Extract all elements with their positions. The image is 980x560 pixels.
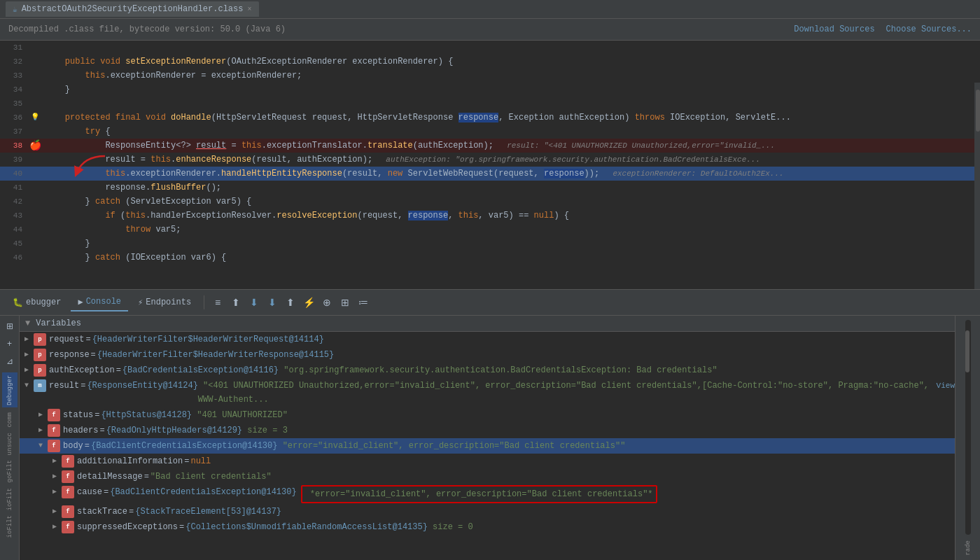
- toolbar-step-into-btn[interactable]: ⬇: [265, 295, 280, 310]
- expand-collapse-all[interactable]: ▼: [25, 318, 30, 328]
- tab-endpoints[interactable]: ⚡ Endpoints: [131, 295, 198, 311]
- var-icon-suppressed: f: [62, 521, 74, 533]
- endpoints-icon: ⚡: [138, 298, 143, 308]
- view-link[interactable]: View: [937, 379, 955, 393]
- expand-body[interactable]: ▼: [34, 439, 48, 453]
- sidebar-label-debugger[interactable]: Debugger: [2, 372, 18, 407]
- toolbar-step-over-btn[interactable]: ⬇: [246, 295, 262, 310]
- expand-suppressed[interactable]: ▶: [48, 520, 62, 534]
- var-icon-authexception: p: [34, 364, 46, 377]
- expand-result[interactable]: ▼: [20, 379, 34, 393]
- code-line-40: 40 this.exceptionRenderer.handleHttpEnti…: [0, 167, 980, 181]
- choose-sources-link[interactable]: Choose Sources...: [886, 24, 972, 34]
- var-row-result[interactable]: ▼ m result = {ResponseEntity@14124} "<40…: [20, 378, 955, 407]
- var-row-additionalinfo[interactable]: ▶ f additionalInformation = null: [20, 454, 955, 469]
- sidebar-expand-btn[interactable]: ⊞: [2, 318, 18, 334]
- sidebar-label-console[interactable]: comm: [5, 411, 15, 429]
- var-row-suppressed[interactable]: ▶ f suppressedExceptions = {Collections$…: [20, 519, 955, 535]
- var-row-body[interactable]: ▼ f body = {BadClientCredentialsExceptio…: [20, 438, 955, 454]
- download-sources-link[interactable]: Download Sources: [794, 24, 874, 34]
- code-line-31: 31: [0, 41, 980, 55]
- toolbar-separator: [204, 295, 204, 309]
- main-layout: ☕ AbstractOAuth2SecurityExceptionHandler…: [0, 0, 980, 560]
- var-row-response[interactable]: ▶ p response = {HeaderWriterFilter$Heade…: [20, 347, 955, 363]
- sidebar-add-btn[interactable]: +: [2, 336, 18, 351]
- var-icon-headers: f: [48, 424, 60, 437]
- var-row-cause[interactable]: ▶ f cause = {BadClientCredentialsExcepti…: [20, 484, 955, 504]
- console-icon: ▶: [78, 297, 83, 307]
- var-icon-detailmessage: f: [62, 470, 74, 483]
- vars-scrollbar-thumb[interactable]: [965, 330, 969, 372]
- variables-main: ▼ Variables ▶ p request = {HeaderWriterF…: [20, 316, 955, 560]
- code-line-44: 44 throw var5;: [0, 223, 980, 237]
- var-row-request[interactable]: ▶ p request = {HeaderWriterFilter$Header…: [20, 332, 955, 347]
- code-line-42: 42 } catch (ServletException var5) {: [0, 195, 980, 209]
- debug-left-sidebar: ⊞ + ⊿ Debugger comm unsucc goFilt ioFilt…: [0, 316, 20, 560]
- toolbar-list-btn[interactable]: ≡: [210, 295, 225, 310]
- vars-scrollbar[interactable]: [965, 320, 971, 535]
- code-line-36: 36 💡 protected final void doHandle(HttpS…: [0, 111, 980, 125]
- var-icon-body: f: [48, 440, 60, 452]
- code-line-45: 45 }: [0, 237, 980, 251]
- code-line-33: 33 this.exceptionRenderer = exceptionRen…: [0, 69, 980, 83]
- code-line-32: 32 public void setExceptionRenderer(OAut…: [0, 55, 980, 69]
- code-scrollbar-thumb[interactable]: [976, 90, 980, 132]
- var-icon-request: p: [34, 333, 46, 346]
- var-icon-cause: f: [62, 486, 74, 498]
- expand-authexception[interactable]: ▶: [20, 363, 34, 377]
- file-icon: ☕: [13, 5, 18, 14]
- sidebar-label-gofilt[interactable]: goFilt: [5, 458, 15, 484]
- toolbar-grid-btn[interactable]: ⊞: [337, 295, 353, 310]
- bottom-area: ⊞ + ⊿ Debugger comm unsucc goFilt ioFilt…: [0, 316, 980, 560]
- toolbar-ref-btn[interactable]: ⊕: [319, 295, 335, 310]
- var-icon-status: f: [48, 409, 60, 421]
- file-tab[interactable]: ☕ AbstractOAuth2SecurityExceptionHandler…: [6, 1, 259, 17]
- expand-detailmessage[interactable]: ▶: [48, 470, 62, 484]
- sidebar-label-unsucc[interactable]: unsucc: [5, 431, 15, 456]
- debug-toolbar: 🐛 ebugger ▶ Console ⚡ Endpoints ≡ ⬆ ⬇ ⬇ …: [0, 290, 980, 316]
- tab-console[interactable]: ▶ Console: [71, 294, 128, 312]
- debugger-icon: 🐛: [13, 298, 23, 308]
- expand-cause[interactable]: ▶: [48, 485, 62, 499]
- var-icon-response: p: [34, 349, 46, 361]
- toolbar-more-btn[interactable]: ≔: [356, 295, 371, 310]
- title-bar: ☕ AbstractOAuth2SecurityExceptionHandler…: [0, 0, 980, 19]
- var-row-detailmessage[interactable]: ▶ f detailMessage = "Bad client credenti…: [20, 469, 955, 484]
- variables-list: ▶ p request = {HeaderWriterFilter$Header…: [20, 332, 955, 560]
- var-row-authexception[interactable]: ▶ p authException = {BadCredentialsExcep…: [20, 363, 955, 378]
- tab-filename: AbstractOAuth2SecurityExceptionHandler.c…: [22, 4, 244, 14]
- variables-title: Variables: [36, 318, 81, 328]
- toolbar-step-out-btn[interactable]: ⬆: [283, 295, 298, 310]
- code-line-34: 34 }: [0, 83, 980, 97]
- expand-request[interactable]: ▶: [20, 332, 34, 346]
- code-line-39: 39 result = this.enhanceResponse(result,…: [0, 153, 980, 167]
- sidebar-label-iofilt[interactable]: ioFilt: [5, 486, 15, 512]
- decompiled-text: Decompiled .class file, bytecode version…: [8, 24, 286, 34]
- expand-additionalinfo[interactable]: ▶: [48, 454, 62, 468]
- code-line-43: 43 if (this.handlerExceptionResolver.res…: [0, 209, 980, 223]
- toolbar-filter-btn[interactable]: ⚡: [301, 295, 316, 310]
- var-row-headers[interactable]: ▶ f headers = {ReadOnlyHttpHeaders@14129…: [20, 423, 955, 438]
- debug-right-panel: rade: [955, 316, 980, 560]
- expand-status[interactable]: ▶: [34, 408, 48, 422]
- toolbar-restore-btn[interactable]: ⬆: [228, 295, 244, 310]
- close-tab-button[interactable]: ×: [247, 6, 251, 13]
- sidebar-label-iofilt2[interactable]: ioFilt: [5, 514, 15, 539]
- expand-stacktrace[interactable]: ▶: [48, 505, 62, 519]
- var-row-status[interactable]: ▶ f status = {HttpStatus@14128} "401 UNA…: [20, 407, 955, 423]
- expand-headers[interactable]: ▶: [34, 424, 48, 438]
- tab-debugger[interactable]: 🐛 ebugger: [6, 295, 68, 311]
- code-line-35: 35: [0, 97, 980, 111]
- code-scrollbar[interactable]: [974, 83, 980, 290]
- var-icon-additionalinfo: f: [62, 455, 74, 468]
- code-line-41: 41 response.flushBuffer();: [0, 181, 980, 195]
- sidebar-filter-btn[interactable]: ⊿: [2, 354, 18, 369]
- variables-header: ▼ Variables: [20, 316, 955, 332]
- code-line-37: 37 try {: [0, 125, 980, 139]
- var-row-stacktrace[interactable]: ▶ f stackTrace = {StackTraceElement[53]@…: [20, 504, 955, 519]
- code-line-38: 38 🍎 ResponseEntity<?> result = this.exc…: [0, 139, 980, 153]
- expand-response[interactable]: ▶: [20, 348, 34, 362]
- code-line-46: 46 } catch (IOException var6) {: [0, 251, 980, 265]
- right-label-rade[interactable]: rade: [963, 539, 973, 557]
- code-editor: 31 32 public void setExceptionRenderer(O…: [0, 41, 980, 290]
